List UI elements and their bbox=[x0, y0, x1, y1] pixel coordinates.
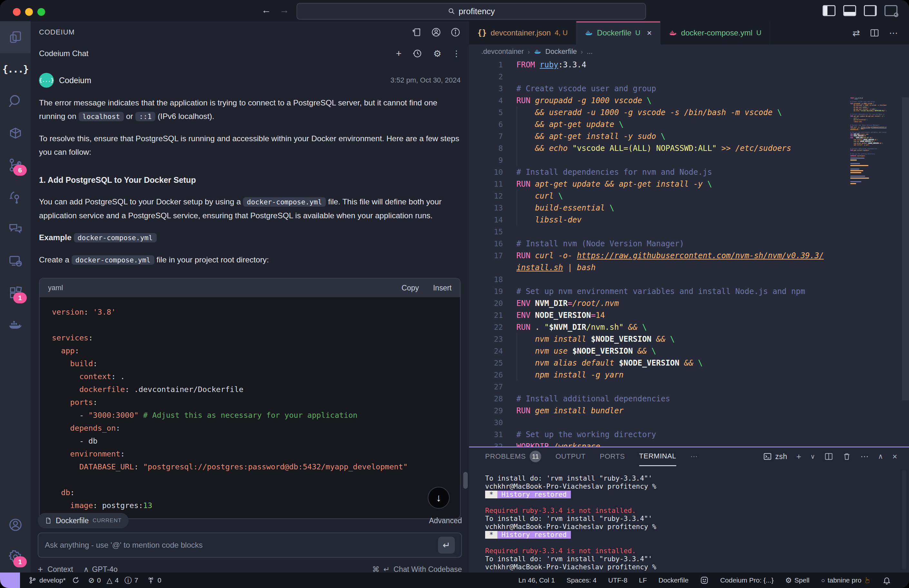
nav-forward-icon[interactable]: → bbox=[278, 5, 291, 16]
sidebar-item-package[interactable] bbox=[0, 117, 31, 149]
panel-more-tabs-icon[interactable]: ⋯ bbox=[691, 452, 698, 461]
maximize-panel-icon[interactable]: ∧ bbox=[878, 452, 883, 461]
yaml-code-line: db: bbox=[52, 486, 457, 499]
sync-icon[interactable] bbox=[71, 576, 80, 585]
sidebar-item-codeium-chat[interactable]: {...} bbox=[0, 53, 31, 85]
sidebar-item-explorer[interactable] bbox=[0, 21, 31, 53]
toggle-secondary-sidebar-icon[interactable] bbox=[864, 5, 877, 16]
tab-ports[interactable]: PORTS bbox=[600, 447, 625, 465]
sidebar-item-extensions[interactable]: 1 bbox=[0, 276, 31, 309]
git-branch-status[interactable]: develop* bbox=[28, 576, 80, 585]
settings-badge: 1 bbox=[13, 556, 27, 567]
close-window-button[interactable] bbox=[13, 8, 21, 16]
tab-terminal[interactable]: TERMINAL bbox=[639, 447, 676, 466]
tab-output[interactable]: OUTPUT bbox=[555, 447, 585, 465]
account-icon[interactable] bbox=[431, 27, 441, 37]
code-line: 25 nvm alias default $NODE_VERSION && \ bbox=[469, 357, 909, 369]
notifications-bell[interactable] bbox=[883, 576, 891, 585]
open-changes-icon[interactable]: ⇄ bbox=[852, 28, 860, 38]
sidebar-item-comments[interactable] bbox=[0, 213, 31, 245]
panel-more-actions-icon[interactable]: ⋯ bbox=[861, 452, 869, 462]
cursor-position[interactable]: Ln 46, Col 1 bbox=[518, 577, 555, 584]
sidebar-item-source-control[interactable]: 6 bbox=[0, 149, 31, 181]
context-file-chip[interactable]: Dockerfile CURRENT bbox=[38, 513, 129, 528]
breadcrumb-folder[interactable]: .devcontainer bbox=[481, 47, 524, 56]
accounts-button[interactable] bbox=[0, 509, 31, 541]
feedback-smiley[interactable] bbox=[700, 576, 709, 585]
breadcrumb-file[interactable]: Dockerfile bbox=[546, 47, 577, 56]
sidebar-item-debug[interactable] bbox=[0, 181, 31, 213]
toggle-panel-icon[interactable] bbox=[843, 5, 856, 16]
editor-scrollbar[interactable] bbox=[902, 97, 909, 401]
tab-dockerfile[interactable]: Dockerfile U × bbox=[576, 21, 660, 45]
chat-input[interactable]: Ask anything - use '@' to mention code b… bbox=[38, 533, 462, 558]
chat-settings-gear-icon[interactable]: ⚙ bbox=[433, 48, 441, 59]
history-icon[interactable] bbox=[413, 48, 422, 58]
yaml-code-line: dockerfile: .devcontainer/Dockerfile bbox=[52, 383, 457, 396]
shell-selector[interactable]: zsh bbox=[763, 452, 787, 461]
minimap-line bbox=[850, 163, 860, 164]
advanced-link[interactable]: Advanced bbox=[429, 517, 462, 525]
tabnine-status[interactable]: ○ tabnine pro ☞ bbox=[821, 576, 871, 585]
chat-scrollbar[interactable] bbox=[463, 472, 468, 489]
export-conversation-icon[interactable] bbox=[412, 27, 422, 37]
kebab-menu-icon[interactable]: ⋮ bbox=[452, 48, 461, 59]
line-number: 10 bbox=[469, 168, 517, 176]
breadcrumb[interactable]: .devcontainer › Dockerfile › ... bbox=[469, 45, 909, 59]
nav-back-icon[interactable]: ← bbox=[260, 5, 273, 16]
line-number: 20 bbox=[469, 299, 517, 307]
terminal-dropdown-icon[interactable]: ∨ bbox=[811, 452, 815, 460]
toggle-primary-sidebar-icon[interactable] bbox=[823, 5, 835, 16]
customize-layout-icon[interactable] bbox=[885, 5, 898, 16]
sidebar-item-remote-explorer[interactable] bbox=[0, 245, 31, 276]
settings-button[interactable]: 1 bbox=[0, 541, 31, 572]
bottom-panel: PROBLEMS 11 OUTPUT PORTS TERMINAL ⋯ zsh … bbox=[469, 446, 909, 572]
encoding[interactable]: UTF-8 bbox=[608, 577, 628, 584]
close-panel-icon[interactable]: × bbox=[892, 452, 898, 462]
line-number: 17 bbox=[469, 252, 517, 260]
trash-icon[interactable] bbox=[842, 452, 851, 461]
codeium-status[interactable]: Codeium Pro: {...} bbox=[720, 577, 773, 584]
vscode-window: ← → profitency {...} 6 bbox=[0, 0, 909, 588]
terminal-scrollbar[interactable] bbox=[902, 470, 906, 569]
minimize-window-button[interactable] bbox=[25, 8, 33, 16]
terminal-output[interactable]: To install do: 'rvm install "ruby-3.3.4"… bbox=[485, 475, 896, 572]
command-center-search[interactable]: profitency bbox=[297, 3, 646, 20]
sidebar-item-search[interactable] bbox=[0, 85, 31, 117]
indentation[interactable]: Spaces: 4 bbox=[566, 577, 596, 584]
new-terminal-icon[interactable]: + bbox=[796, 452, 801, 462]
sidebar-item-docker[interactable] bbox=[0, 309, 31, 341]
scroll-to-bottom-button[interactable]: ↓ bbox=[428, 487, 450, 509]
language-mode[interactable]: Dockerfile bbox=[659, 577, 688, 584]
problems-status[interactable]: ⊘0 △4 ⓘ7 bbox=[88, 575, 138, 585]
split-terminal-icon[interactable] bbox=[824, 452, 833, 461]
smiley-icon bbox=[700, 576, 709, 585]
breadcrumb-more[interactable]: ... bbox=[587, 47, 593, 56]
editor-more-actions-icon[interactable]: ⋯ bbox=[889, 28, 898, 38]
submit-return-icon[interactable]: ↵ bbox=[438, 537, 455, 554]
zoom-window-button[interactable] bbox=[37, 8, 45, 16]
remote-indicator[interactable] bbox=[0, 572, 20, 588]
tab-docker-compose[interactable]: docker-compose.yml U bbox=[660, 21, 770, 45]
tab-devcontainer-json[interactable]: {} devcontainer.json 4, U bbox=[469, 21, 576, 45]
minimap-line bbox=[850, 170, 863, 171]
ports-status[interactable]: 0 bbox=[147, 576, 161, 585]
tab-problems[interactable]: PROBLEMS 11 bbox=[485, 447, 541, 465]
minimap-line: WORKDIR /workspace bbox=[850, 155, 886, 157]
search-icon bbox=[448, 7, 455, 15]
new-chat-icon[interactable]: + bbox=[396, 48, 402, 59]
line-number: 12 bbox=[469, 192, 517, 200]
copy-button[interactable]: Copy bbox=[402, 284, 419, 292]
split-editor-icon[interactable] bbox=[870, 28, 879, 38]
activity-bar: {...} 6 1 bbox=[0, 21, 31, 572]
close-tab-icon[interactable]: × bbox=[647, 28, 652, 38]
code-editor[interactable]: 1FROM ruby:3.3.42 3# Create vscode user … bbox=[469, 59, 909, 447]
info-icon[interactable] bbox=[450, 27, 461, 37]
chat-transcript[interactable]: {...} Codeium 3:52 pm, Oct 30, 2024 The … bbox=[31, 64, 469, 533]
minimap[interactable]: FROM ruby:3.3.4 # Create vscode user and… bbox=[850, 97, 886, 291]
docker-icon bbox=[8, 317, 23, 332]
insert-button[interactable]: Insert bbox=[433, 284, 452, 292]
spell-status[interactable]: ⚙ Spell bbox=[785, 576, 809, 585]
eol-sequence[interactable]: LF bbox=[639, 577, 647, 584]
json-braces-icon: {} bbox=[477, 28, 487, 37]
